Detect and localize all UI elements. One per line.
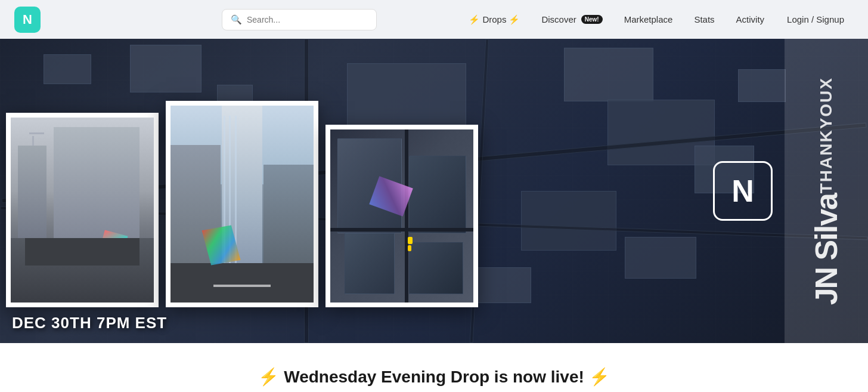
hero-n-logo: N	[713, 161, 773, 221]
vertical-artist-name: JN Silva	[811, 194, 842, 305]
nft-frame-1[interactable]	[6, 113, 159, 307]
hero-logo-letter: N	[731, 173, 754, 209]
lightning-right: ⚡	[589, 367, 610, 387]
navbar: N 🔍 ⚡ Drops ⚡ Discover New! Marketplace …	[0, 0, 868, 39]
search-icon: 🔍	[231, 14, 242, 25]
logo-letter: N	[23, 12, 32, 27]
nav-links: ⚡ Drops ⚡ Discover New! Marketplace Stat…	[460, 10, 854, 30]
nav-marketplace[interactable]: Marketplace	[616, 10, 681, 29]
marketplace-label: Marketplace	[624, 14, 673, 24]
announcement-text: Wednesday Evening Drop is now live!	[284, 368, 584, 387]
drops-emoji-left: ⚡	[469, 14, 480, 25]
nft-frame-3[interactable]	[326, 125, 478, 307]
discover-label: Discover	[541, 14, 576, 24]
search-bar[interactable]: 🔍	[222, 9, 377, 30]
nav-stats[interactable]: Stats	[686, 10, 723, 29]
drop-announcement: ⚡ Wednesday Evening Drop is now live! ⚡	[12, 367, 856, 387]
event-date: DEC 30TH 7PM EST	[12, 314, 167, 332]
hero-banner: DEC 30TH 7PM EST N thankYouX JN Silva	[0, 39, 868, 343]
login-label: Login / Signup	[787, 14, 844, 24]
nav-activity[interactable]: Activity	[728, 10, 773, 29]
city-art-2	[170, 106, 314, 303]
nft-art-2	[170, 106, 314, 303]
city-art-1	[11, 118, 154, 303]
search-input[interactable]	[247, 15, 368, 24]
nav-discover[interactable]: Discover New!	[533, 10, 610, 29]
nav-drops[interactable]: ⚡ Drops ⚡	[460, 10, 528, 30]
logo[interactable]: N	[14, 7, 41, 33]
stats-label: Stats	[694, 14, 714, 24]
nft-art-3	[330, 129, 473, 303]
vertical-thankyou: thankYouX	[817, 77, 836, 193]
city-art-3	[330, 129, 473, 303]
drops-emoji-right: ⚡	[509, 14, 520, 25]
nav-login[interactable]: Login / Signup	[777, 10, 854, 29]
activity-label: Activity	[736, 14, 765, 24]
lightning-left: ⚡	[258, 367, 279, 387]
drops-label: Drops	[482, 14, 506, 24]
nft-frames	[6, 101, 478, 307]
discover-badge: New!	[581, 15, 603, 24]
nft-frame-2[interactable]	[166, 101, 318, 307]
nft-art-1	[11, 118, 154, 303]
bottom-section: ⚡ Wednesday Evening Drop is now live! ⚡	[0, 343, 868, 392]
vertical-text-panel: thankYouX JN Silva	[785, 39, 868, 343]
